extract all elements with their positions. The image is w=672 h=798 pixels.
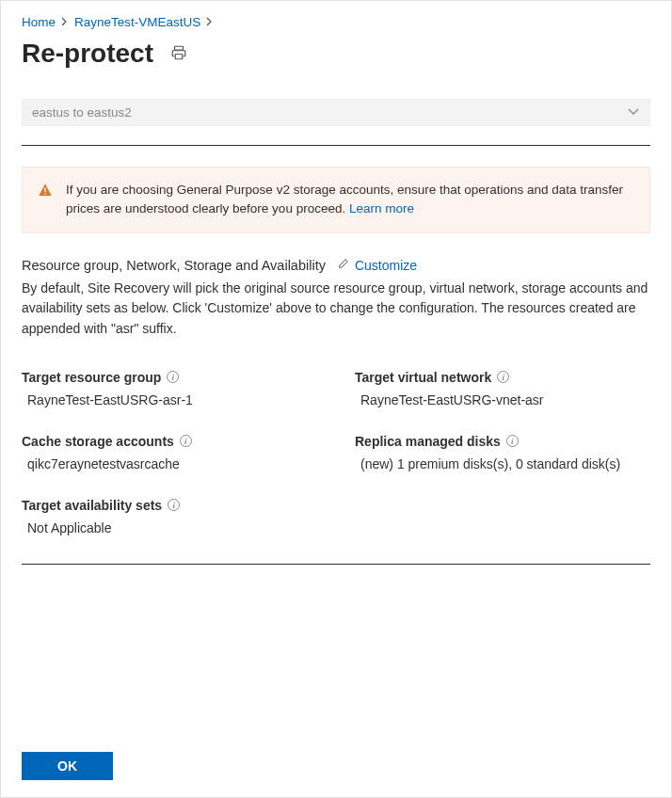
- field-label: Target virtual network: [355, 370, 491, 385]
- svg-rect-2: [44, 187, 45, 192]
- learn-more-link[interactable]: Learn more: [349, 201, 414, 215]
- breadcrumb: Home RayneTest-VMEastUS: [22, 15, 650, 29]
- field-value: qikc7eraynetestvasrcache: [22, 456, 317, 471]
- ok-button[interactable]: OK: [22, 752, 113, 780]
- chevron-down-icon: [627, 105, 640, 120]
- pencil-icon: [337, 258, 349, 273]
- fields-grid: Target resource group RayneTest-EastUSRG…: [22, 370, 650, 535]
- field-value: Not Applicable: [22, 520, 317, 535]
- field-target-resource-group: Target resource group RayneTest-EastUSRG…: [22, 370, 317, 407]
- svg-rect-3: [44, 193, 45, 194]
- field-target-availability-sets: Target availability sets Not Applicable: [22, 498, 317, 535]
- info-icon[interactable]: [506, 435, 519, 447]
- field-value: RayneTest-EastUSRG-asr-1: [22, 392, 317, 407]
- info-icon[interactable]: [497, 371, 509, 383]
- field-label: Cache storage accounts: [22, 434, 174, 449]
- customize-link[interactable]: Customize: [337, 258, 417, 273]
- page-title: Re-protect: [22, 39, 153, 69]
- field-value: (new) 1 premium disks(s), 0 standard dis…: [355, 456, 650, 471]
- section-description: By default, Site Recovery will pick the …: [22, 279, 650, 340]
- customize-label: Customize: [355, 258, 417, 273]
- warning-text: If you are choosing General Purpose v2 s…: [66, 181, 634, 219]
- info-icon[interactable]: [168, 499, 180, 511]
- breadcrumb-item-vm[interactable]: RayneTest-VMEastUS: [74, 15, 200, 29]
- field-cache-storage-accounts: Cache storage accounts qikc7eraynetestva…: [22, 434, 317, 471]
- direction-dropdown[interactable]: eastus to eastus2: [22, 99, 650, 126]
- info-icon[interactable]: [180, 435, 192, 447]
- divider: [22, 564, 650, 565]
- footer: OK: [1, 735, 671, 797]
- breadcrumb-item-home[interactable]: Home: [22, 15, 56, 29]
- svg-rect-0: [175, 46, 184, 50]
- warning-message: If you are choosing General Purpose v2 s…: [66, 183, 623, 215]
- section-heading: Resource group, Network, Storage and Ava…: [22, 258, 326, 273]
- field-label: Replica managed disks: [355, 434, 501, 449]
- direction-dropdown-value: eastus to eastus2: [32, 105, 132, 120]
- field-label: Target resource group: [22, 370, 161, 385]
- warning-icon: [38, 183, 53, 219]
- svg-rect-1: [175, 54, 183, 58]
- field-target-virtual-network: Target virtual network RayneTest-EastUSR…: [355, 370, 650, 407]
- divider: [22, 145, 650, 146]
- field-replica-managed-disks: Replica managed disks (new) 1 premium di…: [355, 434, 650, 471]
- print-icon[interactable]: [170, 44, 187, 64]
- warning-box: If you are choosing General Purpose v2 s…: [22, 167, 650, 233]
- field-label: Target availability sets: [22, 498, 162, 513]
- chevron-right-icon: [61, 16, 69, 29]
- info-icon[interactable]: [167, 371, 179, 383]
- field-value: RayneTest-EastUSRG-vnet-asr: [355, 392, 650, 407]
- chevron-right-icon: [206, 16, 214, 29]
